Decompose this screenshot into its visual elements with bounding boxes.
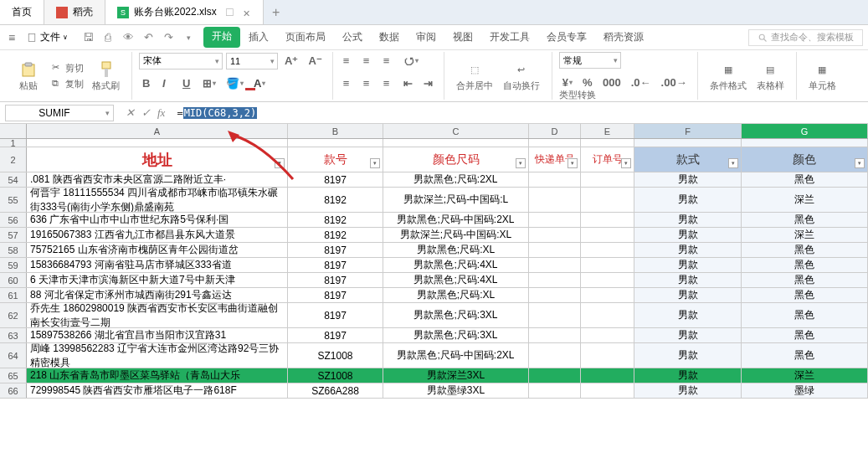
cell[interactable]: 黑色	[742, 328, 868, 342]
cell[interactable]	[529, 213, 581, 227]
row-header[interactable]: 66	[0, 383, 27, 398]
cell[interactable]: 黑色	[742, 213, 868, 227]
cell[interactable]: 男款	[634, 172, 742, 187]
filter-icon[interactable]: ▾	[621, 158, 631, 168]
tab-document[interactable]: S 账务台账2022.xlsx ☐ ✕	[105, 0, 264, 24]
cell[interactable]: 男款	[634, 303, 742, 327]
row-header[interactable]: 57	[0, 228, 27, 242]
cell[interactable]: 男款	[634, 228, 742, 242]
cell[interactable]: 75752165 山东省济南市槐荫区青年公园街道岔	[27, 243, 288, 257]
cell[interactable]: 男款深兰;尺码-中国码:L	[383, 188, 529, 212]
font-grow-button[interactable]: A⁺	[281, 52, 301, 69]
cell[interactable]	[581, 343, 634, 368]
hamburger-icon[interactable]: ≡	[5, 31, 18, 44]
cell[interactable]	[581, 258, 634, 272]
cell[interactable]: 乔先生 18602980019 陕西省西安市长安区韦曲街道融创南长安街壹号二期	[27, 303, 288, 327]
cell[interactable]	[288, 139, 383, 147]
cell[interactable]: 男款	[634, 243, 742, 257]
row-header[interactable]: 62	[0, 303, 27, 327]
font-family-select[interactable]: 宋体	[139, 53, 223, 69]
cell[interactable]	[529, 288, 581, 302]
cell[interactable]: 8197	[288, 328, 383, 342]
dec-dec-button[interactable]: .00→	[658, 74, 691, 91]
row-header[interactable]: 61	[0, 288, 27, 302]
cell[interactable]	[529, 368, 581, 383]
preview-icon[interactable]: 👁	[121, 31, 135, 44]
wrap-button[interactable]: ↩自动换行	[498, 58, 545, 94]
cell[interactable]: 8197	[288, 258, 383, 272]
cell[interactable]: 19165067383 江西省九江市都昌县东风大道景	[27, 228, 288, 242]
cell[interactable]: 男款	[634, 328, 742, 342]
cell[interactable]: 男款黑色;尺码-中国码:2XL	[383, 343, 529, 368]
underline-button[interactable]: U	[179, 75, 196, 92]
ribbon-tab-data[interactable]: 数据	[371, 27, 408, 48]
cell[interactable]: 黑色	[742, 303, 868, 327]
cond-format-button[interactable]: ▦条件格式	[705, 58, 752, 94]
cell[interactable]	[581, 288, 634, 302]
cell[interactable]: 男款	[634, 288, 742, 302]
cell[interactable]	[581, 139, 634, 147]
ribbon-tab-review[interactable]: 审阅	[408, 27, 444, 48]
comma-button[interactable]: 000	[599, 74, 624, 91]
cell[interactable]	[581, 188, 634, 212]
row-header[interactable]: 56	[0, 213, 27, 227]
cell[interactable]: 8197	[288, 288, 383, 302]
cell[interactable]: SZ1008	[288, 343, 383, 368]
italic-button[interactable]: I	[159, 75, 176, 92]
dec-inc-button[interactable]: .0←	[628, 74, 655, 91]
cell[interactable]: 男款黑色;尺码:3XL	[383, 303, 529, 327]
align-right-button[interactable]: ≡	[380, 75, 397, 92]
indent-inc-button[interactable]: ⇥	[420, 75, 437, 92]
row-header[interactable]: 59	[0, 258, 27, 272]
cell[interactable]: 黑色	[742, 258, 868, 272]
cell[interactable]	[529, 303, 581, 327]
cell[interactable]	[529, 273, 581, 287]
search-input[interactable]: 查找命令、搜索模板	[748, 29, 863, 46]
cell[interactable]	[634, 139, 742, 147]
filter-icon[interactable]: ▾	[728, 158, 738, 168]
cancel-formula-button[interactable]: ✕	[126, 106, 135, 120]
cell[interactable]: 男款	[634, 368, 742, 383]
formula-input[interactable]: =MID(C68,3,2)	[172, 107, 868, 119]
border-button[interactable]: ⊞	[199, 75, 219, 92]
cell[interactable]	[529, 343, 581, 368]
cell[interactable]: 黑色	[742, 172, 868, 187]
col-header-A[interactable]: A	[27, 124, 288, 138]
orientation-button[interactable]: ⭯	[400, 52, 422, 69]
cell[interactable]: 8197	[288, 273, 383, 287]
cell[interactable]: 黑色	[742, 343, 868, 368]
cell[interactable]: .081 陕西省西安市未央区富源二路附近立丰·	[27, 172, 288, 187]
filter-icon[interactable]: ▾	[568, 158, 578, 168]
cell[interactable]	[581, 328, 634, 342]
cell[interactable]	[27, 139, 288, 147]
tab-daoke[interactable]: 稻壳	[44, 0, 105, 24]
cell[interactable]	[581, 303, 634, 327]
col-header-C[interactable]: C	[383, 124, 529, 138]
align-bottom-button[interactable]: ≡	[380, 52, 397, 69]
cell[interactable]: 218 山东省青岛市即墨区菜鸟驿站（青岛山大乐	[27, 368, 288, 383]
col-header-D[interactable]: D	[529, 124, 581, 138]
cell[interactable]	[383, 139, 529, 147]
col-header-G[interactable]: G	[742, 124, 868, 138]
cell[interactable]: 8192	[288, 213, 383, 227]
table-style-button[interactable]: ▤表格样	[752, 58, 789, 94]
cell[interactable]	[581, 228, 634, 242]
row-header[interactable]: 1	[0, 139, 27, 147]
cell[interactable]	[529, 383, 581, 398]
cell[interactable]: 8197	[288, 172, 383, 187]
ribbon-tab-view[interactable]: 视图	[444, 27, 481, 48]
cell[interactable]: 男款深兰3XL	[383, 368, 529, 383]
cell[interactable]	[529, 258, 581, 272]
paste-button[interactable]: 粘贴	[12, 58, 45, 94]
fx-button[interactable]: fx	[157, 106, 165, 120]
redo-icon[interactable]: ↷	[162, 31, 175, 44]
cell[interactable]: 男款黑色;尺码:XL	[383, 288, 529, 302]
cell[interactable]	[581, 172, 634, 187]
bold-button[interactable]: B	[139, 75, 156, 92]
cell[interactable]: 黑色	[742, 288, 868, 302]
header-cell-code[interactable]: 款号▾	[288, 147, 383, 172]
qat-more-icon[interactable]: ▾	[182, 31, 195, 44]
cell[interactable]: 男款	[634, 258, 742, 272]
filter-icon[interactable]: ▾	[370, 158, 380, 168]
merge-button[interactable]: ⬚合并居中	[451, 58, 498, 94]
